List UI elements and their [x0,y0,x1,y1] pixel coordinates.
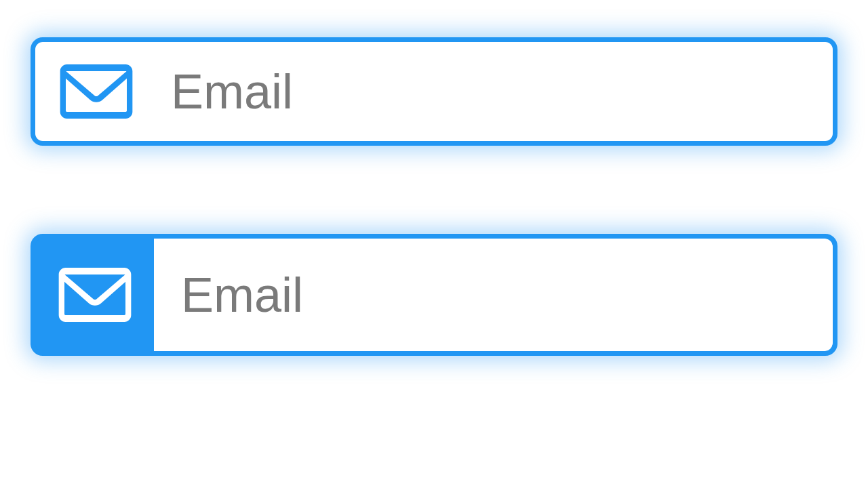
envelope-icon [59,64,134,119]
input-section [154,239,833,351]
envelope-icon [35,239,154,351]
email-input-group-addon-icon [31,234,837,356]
email-field[interactable] [171,42,809,141]
email-input-group-inline-icon [31,37,837,146]
email-field[interactable] [181,239,806,351]
